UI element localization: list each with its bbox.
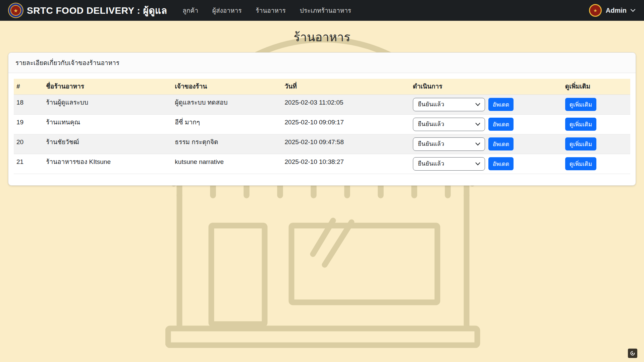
restaurant-details-card: รายละเอียดเกี่ยวกับเจ้าของร้านอาหาร # ชื… xyxy=(8,52,636,186)
col-header-owner: เจ้าของร้าน xyxy=(172,79,282,95)
chevron-down-icon xyxy=(631,9,635,12)
table-row: 20 ร้านชัยวัชฒ์ ธรรม กระตุกจิต 2025-02-1… xyxy=(14,134,630,154)
cell-restaurant-name: ร้านชัยวัชฒ์ xyxy=(43,134,172,154)
col-header-actions: ดำเนินการ xyxy=(410,79,562,95)
cell-owner: kutsune narrative xyxy=(172,154,282,174)
nav-item-customers[interactable]: ลูกค้า xyxy=(177,2,204,19)
cell-date: 2025-02-10 10:38:27 xyxy=(282,154,410,174)
status-select[interactable]: ยืนยันแล้ว xyxy=(413,137,485,151)
user-name: Admin xyxy=(606,7,627,14)
view-more-button[interactable]: ดูเพิ่มเติม xyxy=(565,98,596,111)
cell-date: 2025-02-10 09:47:58 xyxy=(282,134,410,154)
table-row: 19 ร้านแทนคุณ อีซี่ มากๆ 2025-02-10 09:0… xyxy=(14,114,630,134)
table-row: 21 ร้านอาหารของ KItsune kutsune narrativ… xyxy=(14,154,630,174)
cell-date: 2025-02-03 11:02:05 xyxy=(282,95,410,114)
nav-item-restaurant-types[interactable]: ประเภทร้านอาหาร xyxy=(294,2,357,19)
nav-item-restaurants[interactable]: ร้านอาหาร xyxy=(250,2,291,19)
cell-owner: อีซี่ มากๆ xyxy=(172,114,282,134)
main-nav: ลูกค้า ผู้ส่งอาหาร ร้านอาหาร ประเภทร้านอ… xyxy=(177,2,357,19)
chevron-down-icon xyxy=(475,103,480,106)
cell-owner: ธรรม กระตุกจิต xyxy=(172,134,282,154)
col-header-date: วันที่ xyxy=(282,79,410,95)
cell-restaurant-name: ร้านอาหารของ KItsune xyxy=(43,154,172,174)
col-header-more: ดูเพิ่มเติม xyxy=(562,79,630,95)
update-button[interactable]: อัพเดต xyxy=(488,98,514,111)
page-title: ร้านอาหาร xyxy=(0,27,644,47)
col-header-name: ชื่อร้านอาหาร xyxy=(43,79,172,95)
status-select[interactable]: ยืนยันแล้ว xyxy=(413,98,485,111)
top-navbar: ★ SRTC FOOD DELIVERY : ผู้ดูแล ลูกค้า ผู… xyxy=(0,0,644,21)
cell-date: 2025-02-10 09:09:17 xyxy=(282,114,410,134)
table-header-row: # ชื่อร้านอาหาร เจ้าของร้าน วันที่ ดำเนิ… xyxy=(14,79,630,95)
chevron-down-icon xyxy=(475,123,480,126)
corner-widget-button[interactable] xyxy=(628,349,637,358)
brand-title: SRTC FOOD DELIVERY : ผู้ดูแล xyxy=(27,3,167,18)
cell-id: 20 xyxy=(14,134,43,154)
cell-restaurant-name: ร้านแทนคุณ xyxy=(43,114,172,134)
col-header-id: # xyxy=(14,79,43,95)
cell-restaurant-name: ร้านผู้ดูแลระบบ xyxy=(43,95,172,114)
table-row: 18 ร้านผู้ดูแลระบบ ผู้ดูแลระบบ ทดสอบ 202… xyxy=(14,95,630,114)
view-more-button[interactable]: ดูเพิ่มเติม xyxy=(565,118,596,131)
user-avatar: ★ xyxy=(589,4,602,17)
nav-item-deliverers[interactable]: ผู้ส่งอาหาร xyxy=(207,2,247,19)
update-button[interactable]: อัพเดต xyxy=(488,157,514,170)
status-select[interactable]: ยืนยันแล้ว xyxy=(413,157,485,171)
cell-id: 19 xyxy=(14,114,43,134)
update-button[interactable]: อัพเดต xyxy=(488,137,514,150)
target-circle-icon xyxy=(630,351,635,356)
status-select[interactable]: ยืนยันแล้ว xyxy=(413,118,485,131)
cell-id: 18 xyxy=(14,95,43,114)
restaurants-table: # ชื่อร้านอาหาร เจ้าของร้าน วันที่ ดำเนิ… xyxy=(14,79,630,174)
brand-logo-icon: ★ xyxy=(9,3,23,17)
cell-owner: ผู้ดูแลระบบ ทดสอบ xyxy=(172,95,282,114)
chevron-down-icon xyxy=(475,162,480,166)
user-menu[interactable]: ★ Admin xyxy=(589,4,635,17)
view-more-button[interactable]: ดูเพิ่มเติม xyxy=(565,137,596,150)
brand[interactable]: ★ SRTC FOOD DELIVERY : ผู้ดูแล xyxy=(9,3,167,18)
cell-id: 21 xyxy=(14,154,43,174)
update-button[interactable]: อัพเดต xyxy=(488,118,514,131)
chevron-down-icon xyxy=(475,142,480,146)
card-header: รายละเอียดเกี่ยวกับเจ้าของร้านอาหาร xyxy=(8,53,636,73)
view-more-button[interactable]: ดูเพิ่มเติม xyxy=(565,157,596,170)
card-body: # ชื่อร้านอาหาร เจ้าของร้าน วันที่ ดำเนิ… xyxy=(8,73,636,185)
